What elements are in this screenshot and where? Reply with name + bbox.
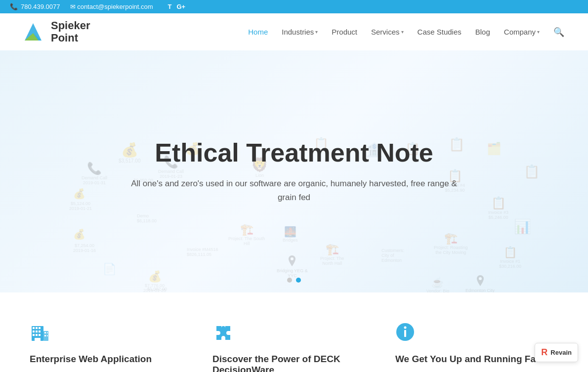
hero-content: Ethical Treatment Note All one's and zer…	[121, 129, 467, 214]
features-section: Enterprise Web Application We provide th…	[0, 292, 588, 372]
svg-rect-10	[36, 331, 38, 332]
slider-dot-1[interactable]	[287, 278, 292, 283]
chevron-down-icon: ▾	[315, 29, 318, 35]
puzzle-icon	[212, 322, 234, 347]
feature-icon-wrap-enterprise	[30, 322, 54, 347]
logo-icon	[20, 18, 47, 45]
svg-rect-22	[404, 330, 406, 337]
top-bar: 📞 780.439.0077 ✉ contact@spiekerpoint.co…	[0, 0, 588, 13]
feature-running: We Get You Up and Running Fast Grow your…	[395, 322, 558, 372]
svg-rect-19	[44, 335, 46, 336]
email-link[interactable]: ✉ contact@spiekerpoint.com	[70, 3, 153, 10]
svg-rect-12	[33, 334, 35, 336]
nav-industries[interactable]: Industries ▾	[276, 24, 324, 40]
svg-point-23	[404, 327, 407, 329]
svg-rect-14	[39, 334, 41, 336]
email-icon: ✉	[70, 3, 76, 10]
feature-icon-wrap-running	[395, 322, 420, 347]
info-icon	[395, 322, 415, 345]
social-links: T G+	[168, 3, 186, 10]
slider-dot-2[interactable]	[296, 278, 301, 283]
phone-number: 📞 780.439.0077	[10, 3, 60, 10]
nav-company[interactable]: Company ▾	[498, 24, 546, 40]
phone-icon: 📞	[10, 3, 18, 10]
svg-rect-8	[39, 327, 41, 329]
nav-product[interactable]: Product	[326, 24, 363, 40]
revain-badge: R Revain	[535, 343, 578, 362]
logo[interactable]: Spieker Point	[20, 18, 90, 45]
hero-section: 💰 $3,517.00 📞 Demand Call2019-01-23 💰 📞 …	[0, 50, 588, 292]
main-nav: Home Industries ▾ Product Services ▾ Cas…	[242, 24, 546, 40]
svg-rect-18	[47, 332, 48, 333]
svg-rect-17	[44, 332, 46, 333]
revain-icon: R	[541, 347, 547, 358]
nav-case-studies[interactable]: Case Studies	[412, 24, 467, 40]
chevron-down-icon: ▾	[401, 29, 404, 35]
feature-title-deck: Discover the Power of DECK DecisionWare	[212, 354, 376, 372]
logo-text: Spieker Point	[51, 20, 90, 43]
search-button[interactable]: 🔍	[549, 23, 568, 41]
feature-title-running: We Get You Up and Running Fast	[395, 354, 558, 365]
svg-rect-15	[35, 338, 41, 341]
hero-subtitle: All one's and zero's used in our softwar…	[131, 177, 457, 204]
svg-rect-13	[36, 334, 38, 336]
search-icon: 🔍	[553, 27, 564, 37]
svg-rect-20	[47, 335, 48, 336]
gplus-icon[interactable]: G+	[177, 3, 186, 10]
svg-rect-6	[33, 327, 35, 329]
svg-rect-9	[33, 331, 35, 332]
feature-enterprise: Enterprise Web Application We provide th…	[30, 322, 193, 372]
slider-dots	[287, 278, 301, 283]
chevron-down-icon: ▾	[537, 29, 540, 35]
building-icon	[30, 322, 50, 346]
feature-deck: Discover the Power of DECK DecisionWare …	[212, 322, 376, 372]
hero-title: Ethical Treatment Note	[131, 139, 457, 167]
nav-blog[interactable]: Blog	[469, 24, 496, 40]
twitter-icon[interactable]: T	[168, 3, 172, 10]
nav-home[interactable]: Home	[242, 24, 274, 40]
feature-title-enterprise: Enterprise Web Application	[30, 354, 193, 365]
feature-icon-wrap-deck	[212, 322, 237, 347]
svg-rect-7	[36, 327, 38, 329]
nav-services[interactable]: Services ▾	[365, 24, 410, 40]
header: Spieker Point Home Industries ▾ Product …	[0, 13, 588, 50]
svg-rect-11	[39, 331, 41, 332]
